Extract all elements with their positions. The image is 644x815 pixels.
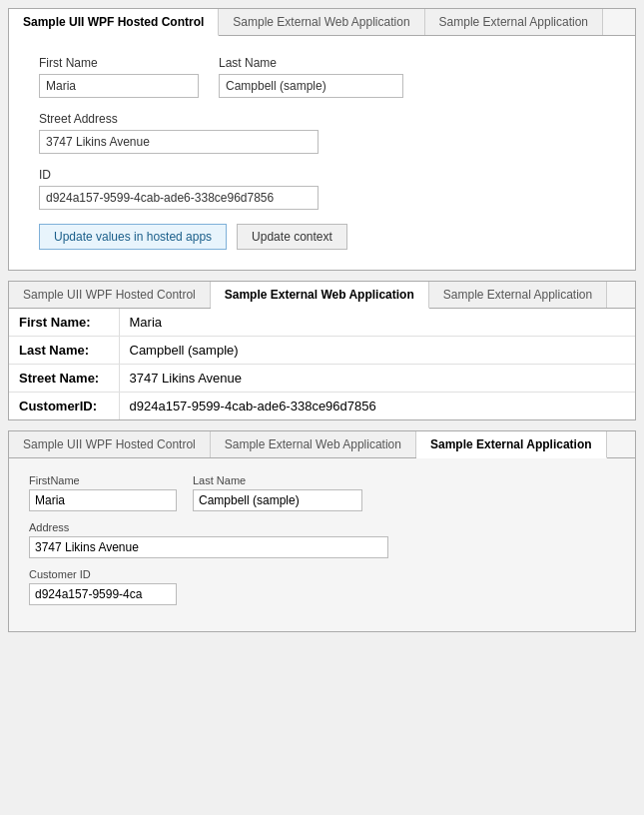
panel3-name-row: FirstName Last Name — [29, 474, 615, 511]
last-name-label: Last Name — [219, 56, 403, 70]
data-table: First Name:MariaLast Name:Campbell (samp… — [9, 309, 635, 419]
panel-1-tab-web[interactable]: Sample External Web Application — [219, 9, 424, 35]
id-label: ID — [39, 168, 319, 182]
row-value-1: Campbell (sample) — [119, 337, 635, 365]
update-hosted-button[interactable]: Update values in hosted apps — [39, 224, 227, 250]
panel-2-tab-wpf[interactable]: Sample UII WPF Hosted Control — [9, 282, 211, 308]
panel3-last-name-label: Last Name — [193, 474, 362, 486]
panel-3-tab-ext[interactable]: Sample External Application — [416, 431, 607, 458]
panel3-address-group: Address — [29, 521, 388, 558]
street-input[interactable] — [39, 130, 319, 154]
panel-3-tab-bar: Sample UII WPF Hosted Control Sample Ext… — [9, 431, 635, 458]
panel3-first-name-input[interactable] — [29, 489, 177, 511]
street-label: Street Address — [39, 112, 319, 126]
row-label-2: Street Name: — [9, 365, 119, 393]
panel-1-tab-ext[interactable]: Sample External Application — [425, 9, 603, 35]
panel-1-content: First Name Last Name Street Address ID U… — [9, 36, 635, 270]
first-name-group: First Name — [39, 56, 199, 98]
table-row: Last Name:Campbell (sample) — [9, 337, 635, 365]
panel-3-tab-web[interactable]: Sample External Web Application — [211, 431, 416, 457]
panel3-custid-row: Customer ID — [29, 568, 615, 605]
row-value-3: d924a157-9599-4cab-ade6-338ce96d7856 — [119, 393, 635, 420]
last-name-input[interactable] — [219, 74, 403, 98]
panel3-address-input[interactable] — [29, 536, 388, 558]
panel-1-tab-bar: Sample UII WPF Hosted Control Sample Ext… — [9, 9, 635, 36]
panel3-first-name-label: FirstName — [29, 474, 177, 486]
row-label-0: First Name: — [9, 309, 119, 337]
row-value-0: Maria — [119, 309, 635, 337]
table-row: CustomerID:d924a157-9599-4cab-ade6-338ce… — [9, 393, 635, 420]
button-row: Update values in hosted apps Update cont… — [39, 224, 605, 250]
row-label-3: CustomerID: — [9, 393, 119, 420]
name-row: First Name Last Name — [39, 56, 605, 98]
panel3-custid-group: Customer ID — [29, 568, 177, 605]
panel-2: Sample UII WPF Hosted Control Sample Ext… — [8, 281, 636, 420]
update-context-button[interactable]: Update context — [237, 224, 347, 250]
panel3-last-name-group: Last Name — [193, 474, 362, 511]
first-name-label: First Name — [39, 56, 199, 70]
panel-1: Sample UII WPF Hosted Control Sample Ext… — [8, 8, 636, 271]
table-row: Street Name:3747 Likins Avenue — [9, 365, 635, 393]
panel-1-tab-wpf[interactable]: Sample UII WPF Hosted Control — [9, 9, 219, 36]
last-name-group: Last Name — [219, 56, 403, 98]
panel3-custid-input[interactable] — [29, 583, 177, 605]
panel-2-tab-ext[interactable]: Sample External Application — [429, 282, 607, 308]
panel-3-content: FirstName Last Name Address Customer ID — [9, 458, 635, 631]
panel-2-tab-web[interactable]: Sample External Web Application — [211, 282, 429, 309]
panel-3-tab-wpf[interactable]: Sample UII WPF Hosted Control — [9, 431, 211, 457]
street-group: Street Address — [39, 112, 319, 154]
panel3-address-row: Address — [29, 521, 615, 558]
street-row: Street Address — [39, 112, 605, 154]
panel3-address-label: Address — [29, 521, 388, 533]
row-value-2: 3747 Likins Avenue — [119, 365, 635, 393]
panel-2-tab-bar: Sample UII WPF Hosted Control Sample Ext… — [9, 282, 635, 309]
panel3-last-name-input[interactable] — [193, 489, 362, 511]
id-input[interactable] — [39, 186, 319, 210]
first-name-input[interactable] — [39, 74, 199, 98]
table-row: First Name:Maria — [9, 309, 635, 337]
id-group: ID — [39, 168, 319, 210]
panel3-first-name-group: FirstName — [29, 474, 177, 511]
panel3-custid-label: Customer ID — [29, 568, 177, 580]
row-label-1: Last Name: — [9, 337, 119, 365]
id-row: ID — [39, 168, 605, 210]
panel-3: Sample UII WPF Hosted Control Sample Ext… — [8, 430, 636, 632]
panel-2-content: First Name:MariaLast Name:Campbell (samp… — [9, 309, 635, 419]
